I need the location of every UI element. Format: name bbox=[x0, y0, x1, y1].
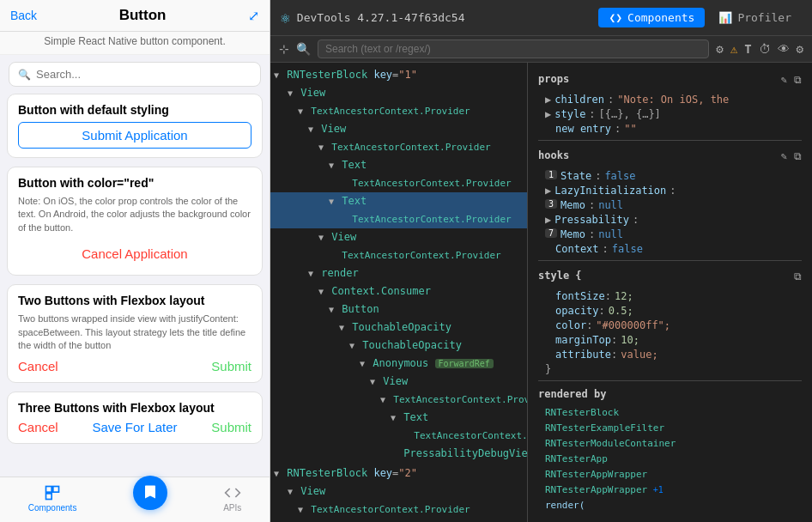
style-opacity: opacity : 0.5; bbox=[538, 305, 802, 317]
tree-node-view-1[interactable]: ▼ View bbox=[270, 84, 527, 102]
tree-node-context-consumer[interactable]: ▼ Context.Consumer bbox=[270, 282, 527, 300]
tab-components-devtools[interactable]: ❮❯ Components bbox=[598, 8, 705, 27]
tree-node-view-bottom[interactable]: ▼ View bbox=[270, 483, 527, 501]
rendered-item-6[interactable]: RNTesterAppWrapper +1 bbox=[538, 483, 802, 498]
text-inspect-icon[interactable]: T bbox=[744, 42, 751, 56]
prop-val-children: "Note: On iOS, the bbox=[617, 94, 729, 106]
code-icon bbox=[224, 484, 241, 501]
clipboard-icon[interactable]: ⧉ bbox=[794, 74, 802, 86]
tree-node-render[interactable]: ▼ render bbox=[270, 264, 527, 282]
save-for-later-button[interactable]: Save For Later bbox=[92, 420, 177, 434]
hook-lazyinit: ▶ LazyInitialization : bbox=[538, 185, 802, 197]
style-edit-icons: ⧉ bbox=[794, 270, 802, 282]
tree-arrow[interactable]: ▼ bbox=[274, 70, 279, 80]
tree-node-pressability-debug[interactable]: PressabilityDebugView bbox=[270, 445, 527, 463]
settings-icon[interactable]: ⚙ bbox=[716, 42, 723, 56]
tree-node-button[interactable]: ▼ Button bbox=[270, 300, 527, 319]
cancel-button-flex[interactable]: Cancel bbox=[18, 359, 58, 373]
tree-node-rntesterblock-1[interactable]: ▼ RNTesterBlock key="1" bbox=[270, 66, 527, 84]
hook-val-memo3: null bbox=[598, 199, 623, 211]
tree-node-textancestor-deepest[interactable]: TextAncestorContext.Provider bbox=[270, 427, 527, 445]
tree-node-textancestor-5[interactable]: TextAncestorContext.Provider bbox=[270, 246, 527, 264]
props-header: props ✎ ⧉ bbox=[538, 70, 802, 90]
section-default-styling: Button with default styling Submit Appli… bbox=[7, 94, 263, 158]
rendered-render-link[interactable]: render( bbox=[538, 498, 802, 513]
submit-button-flex[interactable]: Submit bbox=[211, 359, 251, 373]
svg-rect-1 bbox=[53, 487, 59, 493]
style-key-attribute: attribute bbox=[555, 349, 611, 361]
hook-num-1: 1 bbox=[545, 170, 557, 179]
tab-apis-label: APIs bbox=[223, 503, 241, 513]
hook-key-memo3: Memo bbox=[561, 199, 585, 211]
tree-node-view-3[interactable]: ▼ View bbox=[270, 228, 527, 246]
tree-node-anonymous[interactable]: ▼ Anonymous ForwardRef bbox=[270, 355, 527, 373]
style-color: color : "#000000ff"; bbox=[538, 319, 802, 331]
warning-icon[interactable]: ⚠ bbox=[730, 42, 737, 56]
tree-node-textancestor-inner[interactable]: ▼ TextAncestorContext.Provider bbox=[270, 391, 527, 409]
tree-node-textancestor-2[interactable]: ▼ TextAncestorContext.Provider bbox=[270, 138, 527, 156]
devtools-search-input[interactable] bbox=[318, 39, 709, 58]
tree-node-text-2-highlighted[interactable]: ▼ Text bbox=[270, 192, 527, 210]
search-toolbar-icon[interactable]: 🔍 bbox=[296, 42, 311, 56]
hook-pressability: ▶ Pressability : bbox=[538, 214, 802, 226]
tree-node-textancestor-bottom[interactable]: ▼ TextAncestorContext.Provider bbox=[270, 501, 527, 519]
components-icon bbox=[44, 484, 61, 501]
style-header: style { ⧉ bbox=[538, 266, 802, 287]
expand-icon[interactable]: ⤢ bbox=[248, 8, 259, 24]
rendered-item-3[interactable]: RNTesterModuleContainer bbox=[538, 436, 802, 452]
hook-memo-7: 7 Memo : null bbox=[538, 228, 802, 240]
tree-node-touchableopacity-2[interactable]: ▼ TouchableOpacity bbox=[270, 337, 527, 355]
submit-button-3[interactable]: Submit bbox=[211, 420, 251, 434]
back-button[interactable]: Back bbox=[10, 9, 37, 22]
devtools-body: ▼ RNTesterBlock key="1" ▼ View ▼ TextAnc… bbox=[270, 63, 812, 522]
style-val-attribute: value; bbox=[621, 349, 657, 361]
hook-state: 1 State : false bbox=[538, 170, 802, 182]
cursor-icon[interactable]: ⊹ bbox=[279, 42, 289, 56]
left-panel: Back Button ⤢ Simple React Native button… bbox=[0, 0, 270, 522]
hook-key-state: State bbox=[561, 170, 591, 182]
flexbox-row-2: Cancel Submit bbox=[18, 359, 251, 373]
style-margin-top: marginTop : 10; bbox=[538, 334, 802, 346]
tree-node-view-anon[interactable]: ▼ View bbox=[270, 373, 527, 391]
clock-icon[interactable]: ⏱ bbox=[759, 42, 771, 56]
tree-node-rntesterblock-2[interactable]: ▼ RNTesterBlock key="2" bbox=[270, 464, 527, 483]
tree-node-textancestor-3[interactable]: TextAncestorContext.Provider bbox=[270, 174, 527, 192]
tab-components[interactable]: Components bbox=[28, 484, 77, 519]
devtools-toolbar: ⊹ 🔍 ⚙ ⚠ T ⏱ 👁 ⚙ bbox=[270, 36, 812, 63]
rendered-by-section: rendered by RNTesterBlock RNTesterExampl… bbox=[538, 388, 802, 513]
rendered-item-4[interactable]: RNTesterApp bbox=[538, 452, 802, 467]
tree-node-textancestor-1[interactable]: ▼ TextAncestorContext.Provider bbox=[270, 102, 527, 120]
cancel-button-3[interactable]: Cancel bbox=[18, 420, 58, 434]
tab-profiler-devtools[interactable]: 📊 Profiler bbox=[708, 8, 802, 27]
gear-icon[interactable]: ⚙ bbox=[797, 42, 803, 56]
tree-node-view-2[interactable]: ▼ View bbox=[270, 120, 527, 138]
tab-apis[interactable]: APIs bbox=[223, 484, 241, 519]
page-title: Button bbox=[119, 7, 167, 24]
eye-icon[interactable]: 👁 bbox=[778, 42, 790, 56]
components-tab-label: Components bbox=[627, 11, 694, 24]
tree-node-textancestor-4-highlighted[interactable]: TextAncestorContext.Provider bbox=[270, 210, 527, 228]
bookmark-center[interactable] bbox=[133, 484, 167, 519]
prop-expand-arrow[interactable]: ▶ bbox=[545, 94, 551, 106]
tree-tag: RNTesterBlock bbox=[287, 69, 373, 81]
clipboard-hooks-icon[interactable]: ⧉ bbox=[794, 150, 802, 162]
tree-node-touchableopacity-1[interactable]: ▼ TouchableOpacity bbox=[270, 319, 527, 337]
copy-props-icon[interactable]: ✎ bbox=[781, 74, 787, 86]
copy-style-icon[interactable]: ⧉ bbox=[794, 270, 802, 282]
copy-hooks-icon[interactable]: ✎ bbox=[781, 150, 787, 162]
search-input[interactable] bbox=[36, 68, 251, 81]
submit-application-button[interactable]: Submit Application bbox=[18, 122, 251, 149]
rendered-item-2[interactable]: RNTesterExampleFilter bbox=[538, 421, 802, 436]
bottom-tabs: Components APIs bbox=[0, 476, 270, 522]
bookmark-button[interactable] bbox=[133, 476, 167, 510]
react-logo-icon: ⚛ bbox=[281, 9, 290, 27]
rendered-item-1[interactable]: RNTesterBlock bbox=[538, 405, 802, 421]
tree-node-text-inner[interactable]: ▼ Text bbox=[270, 409, 527, 427]
section-desc-3: Two buttons wrapped inside view with jus… bbox=[18, 313, 251, 352]
prop-val-new: "" bbox=[624, 123, 636, 135]
cancel-application-button[interactable]: Cancel Application bbox=[18, 241, 251, 266]
style-key-opacity: opacity bbox=[555, 305, 599, 317]
tree-node-text-1[interactable]: ▼ Text bbox=[270, 156, 527, 174]
rendered-item-5[interactable]: RNTesterAppWrapper bbox=[538, 467, 802, 483]
forwardref-badge: ForwardRef bbox=[435, 359, 494, 368]
